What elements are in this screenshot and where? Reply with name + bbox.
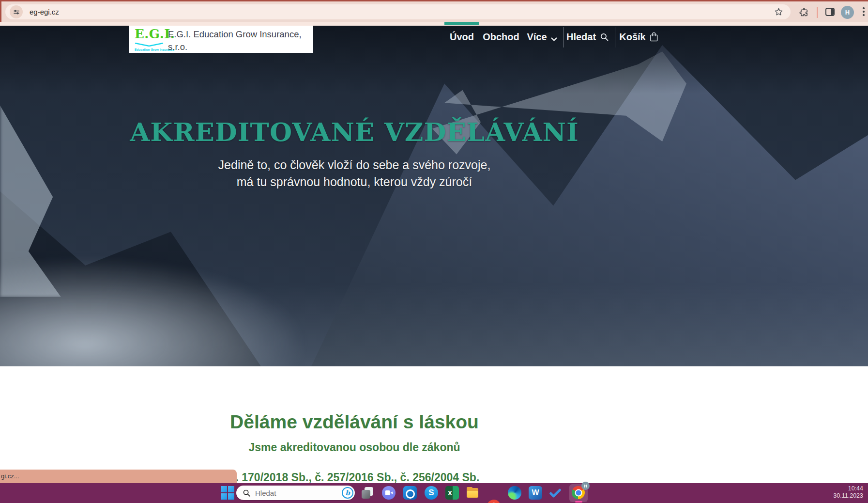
- bookmark-star-icon[interactable]: [774, 7, 783, 16]
- toolbar-divider: [817, 7, 818, 18]
- outlook-icon[interactable]: [403, 486, 417, 500]
- hero-title: AKREDITOVANÉ VZDĚLÁVÁNÍ: [0, 117, 709, 147]
- taskbar-search-box[interactable]: b: [236, 486, 355, 500]
- chevron-down-icon: [551, 37, 558, 42]
- address-bar[interactable]: eg-egi.cz: [5, 4, 791, 19]
- clock-date: 30.11.2023: [833, 492, 863, 500]
- nav-label: Úvod: [450, 31, 474, 42]
- taskbar-clock[interactable]: 10:44 30.11.2023: [833, 485, 863, 500]
- toolbar-lower-band: [0, 22, 868, 26]
- shopping-bag-icon: [650, 32, 659, 42]
- nav-label: Více: [527, 31, 547, 42]
- browser-toolbar: eg-egi.cz H: [0, 0, 868, 22]
- active-app-indicator: [575, 501, 582, 503]
- word-icon[interactable]: W: [529, 486, 542, 500]
- clock-time: 10:44: [833, 485, 863, 492]
- url-text[interactable]: eg-egi.cz: [30, 4, 59, 19]
- hero-subtitle-line1: Jedině to, co člověk vloží do sebe a své…: [0, 158, 709, 172]
- windows-start-button[interactable]: [221, 486, 234, 500]
- browser-menu-icon[interactable]: [863, 7, 865, 17]
- profile-badge: H: [581, 482, 590, 490]
- file-explorer-icon[interactable]: [466, 486, 479, 500]
- tune-icon: [13, 8, 20, 16]
- task-view-button[interactable]: [361, 486, 374, 500]
- nav-divider: [615, 27, 615, 47]
- nav-label: Hledat: [566, 31, 596, 42]
- nav-item-kosik[interactable]: Košík: [619, 26, 658, 48]
- chrome-icon[interactable]: [487, 500, 501, 503]
- edge-icon[interactable]: [508, 486, 521, 500]
- status-bubble: gi.cz...: [0, 470, 237, 483]
- extensions-icon[interactable]: [799, 7, 809, 17]
- nav-divider: [563, 27, 563, 47]
- status-bubble-text: gi.cz...: [1, 472, 19, 480]
- hero-subtitle-line2: má tu správnou hodnotu, kterou vždy zúro…: [0, 175, 709, 189]
- check-icon: [548, 486, 562, 500]
- nav-item-obchod[interactable]: Obchod: [483, 26, 519, 48]
- excel-icon[interactable]: x: [445, 486, 459, 500]
- site-settings-button[interactable]: [10, 5, 23, 18]
- skype-icon[interactable]: S: [425, 486, 438, 500]
- fog: [0, 284, 868, 366]
- search-icon: [243, 489, 251, 497]
- active-nav-indicator: [444, 22, 479, 25]
- side-panel-icon[interactable]: [825, 8, 835, 16]
- bing-icon[interactable]: b: [342, 487, 353, 499]
- chrome-active-window-button[interactable]: H: [569, 484, 588, 502]
- nav-item-vice[interactable]: Více: [527, 26, 557, 48]
- chat-icon[interactable]: [382, 486, 396, 500]
- main-nav: Úvod Obchod Více Hledat Košík: [0, 26, 868, 48]
- logo-tagline: Education Grow Insurance: [135, 48, 164, 52]
- nav-item-hledat[interactable]: Hledat: [566, 26, 609, 48]
- intro-heading: Děláme vzdělávání s láskou: [0, 411, 709, 433]
- taskbar: b S x W H: [0, 483, 868, 503]
- profile-avatar[interactable]: H: [841, 6, 854, 19]
- search-icon: [600, 32, 609, 42]
- nav-label: Košík: [619, 31, 645, 42]
- todo-icon[interactable]: [548, 486, 562, 500]
- intro-subheading: Jsme akreditovanou osobou dle zákonů: [0, 441, 709, 454]
- taskbar-search-input[interactable]: [255, 489, 328, 497]
- video-camera-icon: [385, 489, 393, 496]
- hero-section: E.G.I. Education Grow Insurance E.G.I. E…: [0, 26, 868, 366]
- nav-item-uvod[interactable]: Úvod: [450, 26, 474, 48]
- nav-label: Obchod: [483, 31, 519, 42]
